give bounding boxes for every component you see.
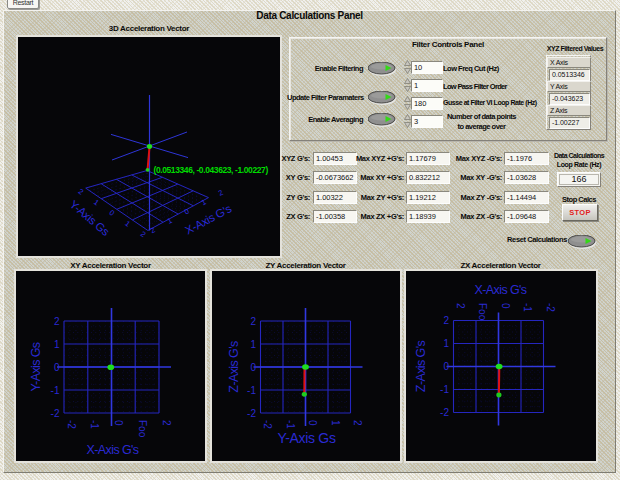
svg-text:2: 2	[217, 188, 225, 198]
svg-text:Y-Axis Gs: Y-Axis Gs	[29, 342, 43, 391]
svg-text:-1: -1	[89, 420, 100, 429]
svg-text:0: 0	[113, 420, 124, 426]
svg-text:Foo: Foo	[477, 303, 488, 321]
svg-text:1: 1	[54, 339, 60, 350]
svg-text:0: 0	[54, 362, 60, 373]
svg-text:1: 1	[123, 219, 132, 229]
svg-text:-2: -2	[51, 408, 60, 419]
svg-text:0: 0	[499, 303, 510, 309]
svg-text:-1: -1	[440, 384, 449, 395]
svg-text:-1: -1	[522, 303, 533, 312]
svg-text:1: 1	[443, 338, 449, 349]
svg-text:-2: -2	[247, 408, 256, 419]
svg-text:2: 2	[352, 420, 363, 426]
svg-text:X-Axis G's: X-Axis G's	[87, 443, 139, 457]
svg-text:-1: -1	[284, 420, 295, 429]
svg-text:-2: -2	[66, 420, 77, 429]
svg-text:-2: -2	[440, 407, 449, 418]
svg-text:2: 2	[77, 187, 86, 197]
svg-text:Y-Axis Gs: Y-Axis Gs	[277, 430, 336, 446]
svg-text:Foo: Foo	[137, 420, 148, 438]
svg-text:0: 0	[250, 362, 256, 373]
svg-text:X-Axis G's: X-Axis G's	[474, 283, 526, 297]
svg-text:(0.0513346, -0.043623, -1.0022: (0.0513346, -0.043623, -1.00227)	[154, 165, 269, 175]
svg-text:-1: -1	[247, 385, 256, 396]
svg-text:2: 2	[139, 229, 148, 239]
svg-text:0: 0	[108, 208, 117, 218]
svg-text:2: 2	[161, 420, 172, 426]
svg-text:0: 0	[443, 361, 449, 372]
svg-text:2: 2	[443, 315, 449, 326]
svg-text:-1: -1	[51, 385, 60, 396]
svg-text:-2: -2	[262, 420, 273, 429]
svg-text:Y-Axis Gs: Y-Axis Gs	[68, 198, 112, 238]
svg-text:1: 1	[250, 339, 256, 350]
svg-text:Z-Axis G's: Z-Axis G's	[414, 341, 428, 393]
svg-text:Z-Axis G's: Z-Axis G's	[226, 341, 240, 393]
svg-text:2: 2	[454, 303, 465, 309]
svg-text:2: 2	[54, 316, 60, 327]
svg-text:2: 2	[250, 316, 256, 327]
svg-text:-2: -2	[544, 303, 555, 312]
svg-text:0: 0	[307, 420, 318, 426]
svg-text:1: 1	[92, 197, 101, 207]
svg-text:1: 1	[329, 420, 340, 426]
